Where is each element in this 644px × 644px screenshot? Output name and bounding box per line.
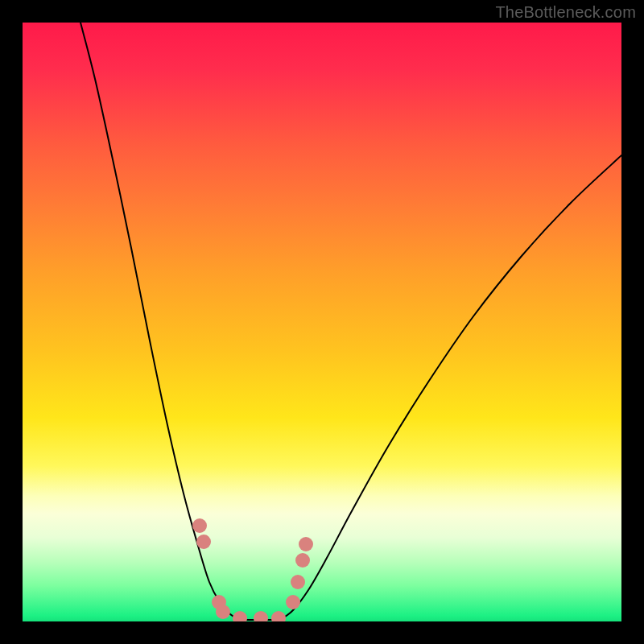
marker-point	[233, 611, 247, 621]
marker-point	[192, 518, 207, 533]
marker-point	[286, 595, 300, 609]
series-right-curve	[280, 155, 621, 620]
chart-svg	[23, 23, 621, 621]
marker-point	[216, 605, 230, 619]
marker-point	[295, 553, 310, 568]
series-left-curve	[80, 23, 240, 620]
chart-plot-area	[23, 23, 621, 621]
marker-point	[271, 611, 286, 621]
chart-markers	[192, 518, 313, 621]
watermark-text: TheBottleneck.com	[495, 3, 636, 22]
marker-point	[291, 575, 305, 589]
marker-point	[299, 537, 313, 551]
marker-point	[254, 611, 268, 621]
chart-lines	[80, 23, 621, 620]
marker-point	[196, 535, 211, 549]
